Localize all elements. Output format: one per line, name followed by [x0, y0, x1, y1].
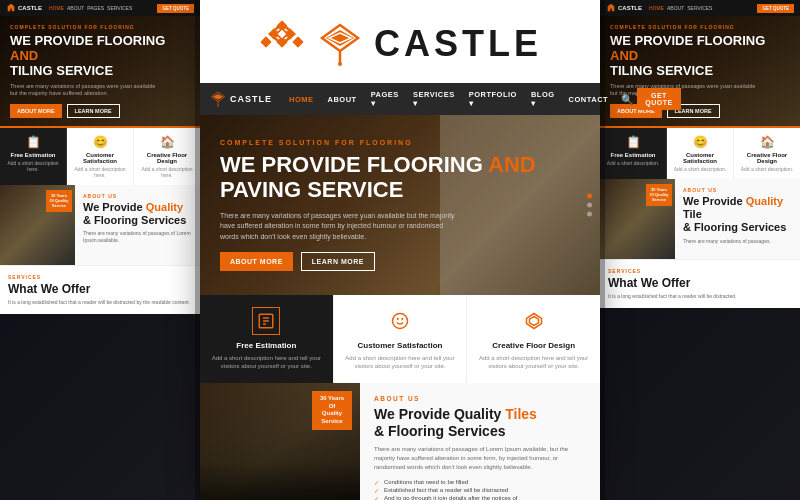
card1-title: Free Estimation [208, 341, 325, 350]
left-hero-sub: COMPLETE SOLUTION FOR FLOORING [10, 24, 190, 30]
dot-3[interactable] [587, 212, 592, 217]
about-checklist: Conditions that need to be filled Establ… [374, 478, 586, 500]
satisfaction-icon [386, 307, 414, 335]
left-card3-title: Creative Floor Design [139, 152, 195, 164]
nav-contact[interactable]: CONTACT [564, 91, 614, 108]
card2-title: Customer Satisfaction [342, 341, 459, 350]
main-center-panel: CASTLE CASTLE HOME ABOUT PAGES ▾ SERVICE… [200, 0, 600, 500]
right-logo-text: CASTLE [618, 5, 642, 11]
estimation-icon [252, 307, 280, 335]
logo-diamond-icon [318, 22, 362, 66]
nav-portfolio[interactable]: PORTFOLIO ▾ [464, 86, 522, 112]
checklist-item-3: And to go through it join details after … [374, 494, 586, 500]
card3-title: Creative Floor Design [475, 341, 592, 350]
right-about-title: We Provide Quality Tile& Flooring Servic… [683, 195, 792, 235]
search-icon[interactable]: 🔍 [621, 94, 633, 105]
service-card-estimation: Free Estimation Add a short description … [200, 295, 334, 383]
card3-desc: Add a short description here and tell yo… [475, 354, 592, 371]
left-learn-btn: LEARN MORE [67, 104, 120, 118]
left-logo-text: CASTLE [18, 5, 42, 11]
about-image: 30 Years Of Quality Service [200, 383, 360, 500]
service-cards: Free Estimation Add a short description … [200, 295, 600, 383]
service-card-satisfaction: Customer Satisfaction Add a short descri… [334, 295, 468, 383]
svg-point-20 [217, 106, 218, 107]
left-about-badge: 30 Years Of Quality Service [46, 190, 72, 212]
left-card2-title: Customer Satisfaction [72, 152, 128, 164]
left-hero-title: WE PROVIDE FLOORING ANDTILING SERVICE [10, 34, 190, 79]
nav-about[interactable]: ABOUT [323, 91, 362, 108]
about-content: ABOUT US We Provide Quality Tiles & Floo… [360, 383, 600, 500]
hero-dots [587, 194, 592, 217]
about-desc: There are many variations of passages of… [374, 445, 586, 472]
svg-rect-4 [260, 36, 271, 47]
card1-desc: Add a short description here and tell yo… [208, 354, 325, 371]
checklist-item-2: Established fact that a reader will be d… [374, 486, 586, 494]
svg-rect-5 [292, 36, 303, 47]
checklist-item-1: Conditions that need to be filled [374, 478, 586, 486]
left-hero-desc: There are many variations of passages we… [10, 83, 160, 98]
hero-more-button[interactable]: ABOUT MORE [220, 252, 293, 271]
nav-pages[interactable]: PAGES ▾ [366, 86, 404, 112]
logo-name: CASTLE [374, 23, 542, 65]
left-about-title: We Provide Quality& Flooring Services [83, 201, 192, 227]
nav-logo-small: CASTLE [210, 91, 272, 107]
nav-bar[interactable]: CASTLE HOME ABOUT PAGES ▾ SERVICES ▾ POR… [200, 83, 600, 115]
logo-section: CASTLE [200, 0, 600, 83]
service-card-design: Creative Floor Design Add a short descri… [467, 295, 600, 383]
dot-2[interactable] [587, 203, 592, 208]
dot-1[interactable] [587, 194, 592, 199]
svg-point-16 [338, 62, 342, 66]
left-card1-title: Free Estimation [5, 152, 61, 158]
card2-desc: Add a short description here and tell yo… [342, 354, 459, 371]
svg-marker-0 [8, 4, 15, 12]
design-icon [520, 307, 548, 335]
nav-logo-name: CASTLE [230, 94, 272, 104]
hero-subtitle: COMPLETE SOLUTION FOR FLOORING [220, 139, 536, 146]
nav-services[interactable]: SERVICES ▾ [408, 86, 460, 112]
nav-blog[interactable]: BLOG ▾ [526, 86, 560, 112]
right-background-panel: CASTLE HOME ABOUT SERVICES GET QUOTE COM… [600, 0, 800, 500]
hero-description: There are many variations of passages we… [220, 211, 460, 243]
about-title: We Provide Quality Tiles & Flooring Serv… [374, 406, 586, 440]
hero-orange-word: AND [488, 152, 536, 177]
left-background-panel: CASTLE HOME ABOUT PAGES SERVICES GET QUO… [0, 0, 200, 500]
right-hero-title: WE PROVIDE FLOORING ANDTILING SERVICE [610, 34, 790, 79]
nav-home[interactable]: HOME [284, 91, 319, 108]
svg-marker-29 [529, 317, 538, 326]
right-cta-btn: GET QUOTE [757, 4, 794, 13]
left-services-title: What We Offer [8, 282, 192, 296]
left-nav-home: HOME [49, 5, 64, 11]
left-more-btn: ABOUT MORE [10, 104, 62, 118]
about-badge: 30 Years Of Quality Service [312, 391, 352, 430]
hero-title: WE PROVIDE FLOORING ANDPAVING SERVICE [220, 152, 536, 203]
about-label: ABOUT US [374, 395, 586, 402]
nav-cta-button[interactable]: GET QUOTE [637, 88, 680, 110]
hero-section: COMPLETE SOLUTION FOR FLOORING WE PROVID… [200, 115, 600, 295]
about-section: 30 Years Of Quality Service ABOUT US We … [200, 383, 600, 500]
left-cta-btn: GET QUOTE [157, 4, 194, 13]
svg-point-25 [393, 314, 408, 329]
logo-icon [258, 20, 306, 68]
svg-marker-1 [608, 4, 615, 12]
hero-learn-button[interactable]: LEARN MORE [301, 252, 375, 271]
